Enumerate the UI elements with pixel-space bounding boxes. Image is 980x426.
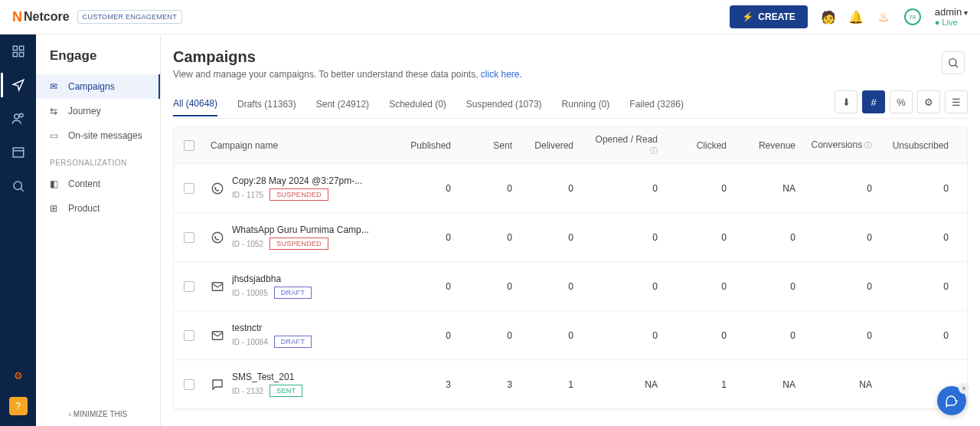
tab-running[interactable]: Running (0) (562, 93, 610, 116)
cell-conversions: 0 (802, 232, 878, 243)
cell-opened: NA (580, 379, 664, 390)
percent-toggle[interactable]: % (890, 90, 913, 113)
sidebar-item-product[interactable]: ⊞ Product (36, 196, 160, 221)
search-button[interactable] (942, 51, 965, 74)
cell-clicked: 0 (664, 330, 733, 341)
campaign-id: ID - 1175 (232, 191, 263, 199)
svg-line-9 (21, 188, 24, 192)
cell-opened: 0 (580, 232, 664, 243)
col-campaign-name[interactable]: Campaign name (204, 140, 388, 151)
svg-point-12 (212, 183, 223, 194)
analytics-icon[interactable] (11, 179, 26, 194)
bell-icon[interactable]: 🔔 (849, 10, 863, 24)
tab-drafts[interactable]: Drafts (11363) (237, 93, 296, 116)
persona-icon[interactable]: 🧑 (822, 10, 835, 24)
col-published[interactable]: Published (388, 140, 457, 151)
help-icon[interactable]: ? (9, 397, 28, 415)
live-status: Live (935, 18, 958, 27)
sidebar-item-campaigns[interactable]: ✉ Campaigns (36, 74, 160, 99)
col-opened[interactable]: Opened / Read (580, 134, 664, 156)
create-label: CREATE (758, 11, 795, 22)
create-button[interactable]: ⚡ CREATE (730, 5, 807, 28)
account-menu[interactable]: admin Live (935, 7, 968, 27)
sidebar-item-journey[interactable]: ⇆ Journey (36, 99, 160, 123)
row-checkbox[interactable] (184, 330, 194, 341)
cell-unsubscribed: 0 (878, 232, 955, 243)
campaign-id: ID - 2132 (232, 387, 263, 395)
svg-rect-6 (13, 148, 24, 157)
cell-clicked: 0 (664, 232, 733, 243)
audience-icon[interactable] (11, 111, 26, 126)
cell-unsubscribed: 0 (878, 330, 955, 341)
col-clicked[interactable]: Clicked (664, 140, 733, 151)
row-checkbox[interactable] (184, 379, 194, 390)
dashboard-icon[interactable] (11, 44, 26, 59)
table-row[interactable]: SMS_Test_201ID - 2132SENT331NA1NANA (174, 360, 967, 409)
email-icon (211, 280, 224, 293)
filter-button[interactable]: ☰ (945, 90, 968, 113)
minimize-sidebar[interactable]: ‹ MINIMIZE THIS (36, 410, 160, 418)
cell-revenue: 0 (733, 330, 802, 341)
score-ring[interactable]: 78 (904, 8, 921, 25)
cell-sent: 0 (457, 330, 518, 341)
col-conversions[interactable]: Conversions (802, 139, 878, 151)
cell-clicked: 0 (664, 281, 733, 292)
cell-delivered: 1 (518, 379, 580, 390)
row-checkbox[interactable] (184, 183, 194, 194)
email-icon (211, 329, 224, 342)
content-side-icon: ◧ (50, 179, 60, 189)
sidebar-item-onsite[interactable]: ▭ On-site messages (36, 123, 160, 148)
whatsapp-icon (211, 182, 224, 195)
personalization-section-label: PERSONALIZATION (36, 148, 160, 172)
settings-button[interactable]: ⚙ (917, 90, 940, 113)
product-icon: ⊞ (50, 203, 60, 214)
cell-conversions: 0 (802, 281, 878, 292)
chat-fab[interactable]: × (937, 386, 966, 415)
cell-delivered: 0 (518, 232, 580, 243)
app-header: N Netcore CUSTOMER ENGAGEMENT ⚡ CREATE 🧑… (0, 0, 980, 34)
svg-line-11 (956, 65, 958, 67)
chat-close-icon[interactable]: × (959, 383, 969, 394)
row-checkbox[interactable] (184, 232, 194, 243)
table-row[interactable]: testnctrID - 10084DRAFT00000000 (174, 311, 967, 360)
svg-point-8 (14, 182, 22, 190)
campaign-id: ID - 10084 (232, 338, 268, 346)
table-row[interactable]: jhsdsjadbhaID - 10085DRAFT00000000 (174, 262, 967, 311)
col-delivered[interactable]: Delivered (518, 140, 580, 151)
col-revenue[interactable]: Revenue (733, 140, 802, 151)
status-badge: SUSPENDED (270, 238, 328, 250)
hash-toggle[interactable]: # (862, 90, 885, 113)
status-badge: SUSPENDED (270, 188, 328, 201)
tab-failed[interactable]: Failed (3286) (629, 93, 684, 116)
logo-mark-icon: N (12, 9, 22, 25)
select-all-checkbox[interactable] (184, 140, 194, 151)
cell-delivered: 0 (518, 330, 580, 341)
download-button[interactable]: ⬇ (835, 90, 858, 113)
main-content: Campaigns View and manage your campaigns… (161, 34, 980, 426)
status-badge: DRAFT (274, 287, 312, 299)
engage-icon[interactable] (11, 77, 26, 93)
col-sent[interactable]: Sent (457, 140, 518, 151)
sidebar-item-content[interactable]: ◧ Content (36, 172, 160, 196)
click-here-link[interactable]: click here (481, 69, 520, 80)
campaign-name: jhsdsjadbha (232, 274, 312, 284)
tab-scheduled[interactable]: Scheduled (0) (389, 93, 446, 116)
tab-sent[interactable]: Sent (24912) (316, 93, 369, 116)
campaign-id: ID - 10085 (232, 289, 268, 297)
status-badge: DRAFT (274, 336, 312, 348)
table-row[interactable]: WhatsApp Guru Purnima Camp...ID - 1052SU… (174, 213, 967, 262)
row-checkbox[interactable] (184, 281, 194, 292)
cell-revenue: NA (733, 379, 802, 390)
campaign-id: ID - 1052 (232, 240, 263, 248)
tab-suspended[interactable]: Suspended (1073) (466, 93, 542, 116)
settings-icon[interactable]: ⚙ (11, 368, 26, 383)
col-unsubscribed[interactable]: Unsubscribed (878, 140, 955, 151)
cell-sent: 0 (457, 183, 518, 194)
cell-revenue: 0 (733, 232, 802, 243)
tab-all[interactable]: All (40648) (173, 92, 217, 116)
content-icon[interactable] (11, 145, 26, 160)
table-row[interactable]: Copy:28 May 2024 @3:27pm-...ID - 1175SUS… (174, 164, 967, 213)
cell-sent: 0 (457, 281, 518, 292)
flame-icon[interactable]: ♨ (877, 10, 890, 24)
campaign-icon: ✉ (50, 81, 60, 92)
